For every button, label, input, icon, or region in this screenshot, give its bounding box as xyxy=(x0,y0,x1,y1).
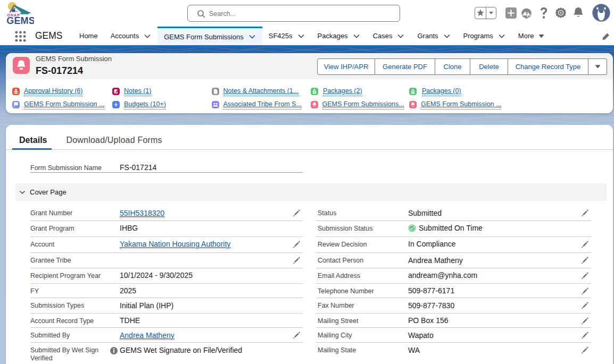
svg-text:GEMS: GEMS xyxy=(6,15,34,26)
svg-text:$: $ xyxy=(313,90,315,94)
svg-text:$: $ xyxy=(412,90,414,94)
